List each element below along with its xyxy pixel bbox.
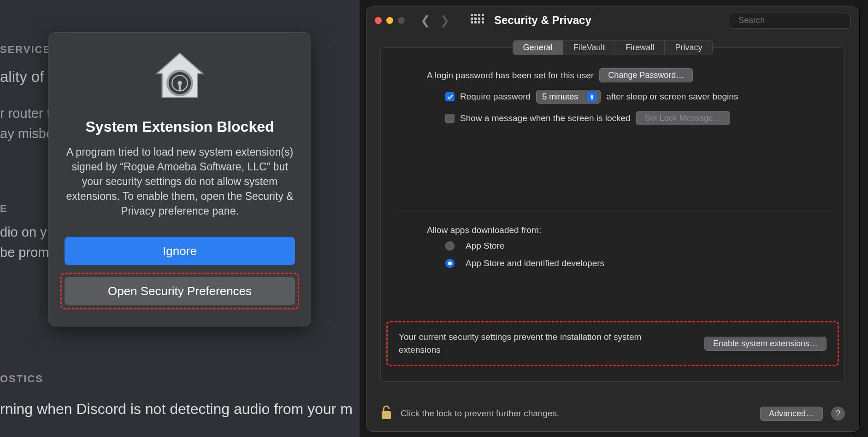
ignore-button[interactable]: Ignore: [65, 237, 295, 265]
window-title: Security & Privacy: [494, 14, 726, 27]
content: General FileVault Firewall Privacy A log…: [366, 34, 859, 396]
back-button[interactable]: ❮: [418, 12, 433, 28]
extensions-warning-text: Your current security settings prevent t…: [399, 331, 657, 356]
dialog-title: System Extension Blocked: [85, 118, 274, 135]
highlighted-action: Open Security Preferences: [60, 273, 299, 309]
show-message-checkbox[interactable]: [445, 114, 455, 123]
advanced-button[interactable]: Advanced…: [760, 407, 823, 421]
right-half: ❮ ❯ Security & Privacy General FileVa: [360, 0, 868, 437]
footer: Click the lock to prevent further change…: [366, 396, 859, 431]
updown-icon: ▲▼: [587, 92, 596, 102]
security-house-icon: [150, 47, 210, 106]
minimize-window-button[interactable]: [386, 17, 393, 24]
show-all-button[interactable]: [470, 13, 484, 27]
open-security-preferences-button[interactable]: Open Security Preferences: [65, 277, 295, 305]
radio-identified-developers[interactable]: [445, 259, 455, 268]
bg-text: r router t: [0, 106, 51, 121]
allow-apps-label: Allow apps downloaded from:: [427, 225, 817, 235]
radio-app-store-label: App Store: [466, 241, 505, 251]
delay-select[interactable]: 5 minutes ▲▼: [536, 90, 601, 104]
allow-apps-section: Allow apps downloaded from: App Store Ap…: [381, 225, 844, 290]
set-lock-message-button[interactable]: Set Lock Message…: [636, 111, 730, 125]
require-password-checkbox[interactable]: [445, 92, 455, 101]
search-input[interactable]: [738, 16, 845, 25]
bg-heading-service: SERVICE: [0, 44, 51, 56]
system-extension-blocked-dialog: System Extension Blocked A program tried…: [48, 32, 311, 326]
tab-filevault[interactable]: FileVault: [563, 41, 616, 55]
svg-rect-4: [179, 83, 181, 89]
bg-text: rning when Discord is not detecting audi…: [0, 401, 353, 418]
bg-text: be prom: [0, 245, 49, 260]
lock-icon[interactable]: [380, 405, 392, 423]
enable-system-extensions-button[interactable]: Enable system extensions…: [704, 337, 827, 351]
delay-value: 5 minutes: [542, 92, 578, 102]
show-message-label: Show a message when the screen is locked: [460, 113, 631, 123]
radio-identified-developers-label: App Store and identified developers: [466, 258, 604, 268]
help-button[interactable]: ?: [831, 407, 845, 420]
tab-firewall[interactable]: Firewall: [615, 41, 665, 55]
lock-message: Click the lock to prevent further change…: [401, 408, 559, 419]
bg-text: ay misbe: [0, 126, 53, 141]
titlebar: ❮ ❯ Security & Privacy: [366, 7, 859, 34]
security-general-panel: General FileVault Firewall Privacy A log…: [380, 47, 845, 382]
bg-heading: E: [0, 203, 8, 215]
search-field[interactable]: [730, 12, 850, 29]
tabs: General FileVault Firewall Privacy: [513, 40, 713, 55]
change-password-button[interactable]: Change Password…: [599, 68, 693, 82]
tab-general[interactable]: General: [513, 41, 563, 55]
extensions-warning-box: Your current security settings prevent t…: [386, 321, 839, 366]
panel-body: A login password has been set for this u…: [381, 68, 844, 146]
divider: [395, 211, 831, 211]
radio-app-store[interactable]: [445, 241, 455, 251]
traffic-lights: [375, 17, 405, 24]
require-password-label: Require password: [460, 92, 531, 102]
after-sleep-label: after sleep or screen saver begins: [606, 92, 738, 102]
zoom-window-button[interactable]: [398, 17, 405, 24]
system-preferences-window: ❮ ❯ Security & Privacy General FileVa: [366, 6, 859, 432]
svg-rect-7: [382, 411, 391, 419]
bg-heading-diagnostics: OSTICS: [0, 373, 43, 385]
login-password-label: A login password has been set for this u…: [427, 70, 594, 81]
forward-button[interactable]: ❯: [437, 12, 453, 28]
tab-privacy[interactable]: Privacy: [665, 41, 712, 55]
discord-background: SERVICE ality of S r router t ay misbe g…: [0, 0, 360, 437]
dialog-body: A program tried to load new system exten…: [65, 145, 294, 218]
bg-text: dio on y: [0, 225, 47, 240]
close-window-button[interactable]: [375, 17, 382, 24]
